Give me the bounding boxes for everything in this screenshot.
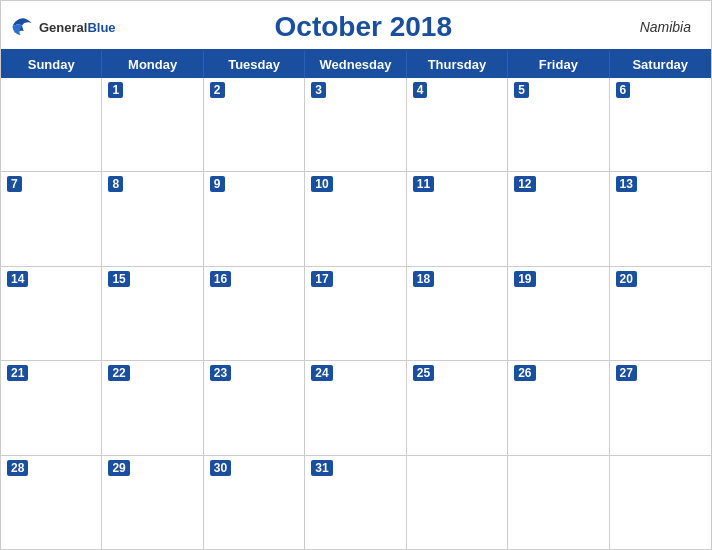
month-year-title: October 2018 [116, 11, 611, 43]
day-number: 4 [413, 82, 428, 98]
day-cell [1, 78, 102, 171]
day-cell: 20 [610, 267, 711, 360]
day-cell: 21 [1, 361, 102, 454]
day-number: 17 [311, 271, 332, 287]
day-number: 7 [7, 176, 22, 192]
calendar-header: GeneralBlue October 2018 Namibia [1, 1, 711, 49]
day-number: 24 [311, 365, 332, 381]
day-cell: 13 [610, 172, 711, 265]
week-row-5: 28293031 [1, 456, 711, 549]
day-number: 8 [108, 176, 123, 192]
day-cell: 14 [1, 267, 102, 360]
day-number: 14 [7, 271, 28, 287]
day-number: 2 [210, 82, 225, 98]
day-number: 6 [616, 82, 631, 98]
day-number: 18 [413, 271, 434, 287]
day-number: 19 [514, 271, 535, 287]
day-cell: 18 [407, 267, 508, 360]
day-cell: 4 [407, 78, 508, 171]
day-cell: 30 [204, 456, 305, 549]
header-tuesday: Tuesday [204, 51, 305, 78]
logo-general: General [39, 20, 87, 35]
day-cell: 11 [407, 172, 508, 265]
week-row-3: 14151617181920 [1, 267, 711, 361]
day-number: 20 [616, 271, 637, 287]
logo-text: GeneralBlue [39, 18, 116, 36]
day-number: 10 [311, 176, 332, 192]
day-number: 25 [413, 365, 434, 381]
day-number: 5 [514, 82, 529, 98]
day-cell [407, 456, 508, 549]
day-cell: 8 [102, 172, 203, 265]
day-cell: 22 [102, 361, 203, 454]
day-cell [508, 456, 609, 549]
day-cell: 28 [1, 456, 102, 549]
day-number: 30 [210, 460, 231, 476]
logo-blue: Blue [87, 20, 115, 35]
week-row-1: 123456 [1, 78, 711, 172]
logo-area: GeneralBlue [11, 16, 116, 38]
day-number: 31 [311, 460, 332, 476]
day-cell: 19 [508, 267, 609, 360]
day-cell: 23 [204, 361, 305, 454]
day-cell [610, 456, 711, 549]
day-cell: 26 [508, 361, 609, 454]
days-header: Sunday Monday Tuesday Wednesday Thursday… [1, 51, 711, 78]
day-cell: 12 [508, 172, 609, 265]
day-cell: 7 [1, 172, 102, 265]
country-label: Namibia [611, 19, 691, 35]
day-number: 11 [413, 176, 434, 192]
day-number: 29 [108, 460, 129, 476]
header-friday: Friday [508, 51, 609, 78]
day-number: 27 [616, 365, 637, 381]
day-cell: 17 [305, 267, 406, 360]
day-cell: 29 [102, 456, 203, 549]
day-number: 16 [210, 271, 231, 287]
day-cell: 3 [305, 78, 406, 171]
day-number: 21 [7, 365, 28, 381]
day-cell: 10 [305, 172, 406, 265]
day-number: 26 [514, 365, 535, 381]
header-sunday: Sunday [1, 51, 102, 78]
day-cell: 6 [610, 78, 711, 171]
week-row-4: 21222324252627 [1, 361, 711, 455]
day-cell: 9 [204, 172, 305, 265]
header-monday: Monday [102, 51, 203, 78]
day-cell: 31 [305, 456, 406, 549]
calendar-grid: Sunday Monday Tuesday Wednesday Thursday… [1, 49, 711, 549]
weeks-container: 1234567891011121314151617181920212223242… [1, 78, 711, 549]
day-cell: 24 [305, 361, 406, 454]
day-number: 28 [7, 460, 28, 476]
day-number: 22 [108, 365, 129, 381]
day-cell: 1 [102, 78, 203, 171]
header-saturday: Saturday [610, 51, 711, 78]
day-number: 23 [210, 365, 231, 381]
day-cell: 25 [407, 361, 508, 454]
header-thursday: Thursday [407, 51, 508, 78]
day-cell: 27 [610, 361, 711, 454]
day-cell: 5 [508, 78, 609, 171]
calendar-container: GeneralBlue October 2018 Namibia Sunday … [0, 0, 712, 550]
day-cell: 16 [204, 267, 305, 360]
day-number: 9 [210, 176, 225, 192]
week-row-2: 78910111213 [1, 172, 711, 266]
day-number: 13 [616, 176, 637, 192]
day-number: 15 [108, 271, 129, 287]
logo-bird-icon [11, 16, 35, 38]
day-number: 1 [108, 82, 123, 98]
day-number: 12 [514, 176, 535, 192]
day-number: 3 [311, 82, 326, 98]
header-wednesday: Wednesday [305, 51, 406, 78]
day-cell: 2 [204, 78, 305, 171]
day-cell: 15 [102, 267, 203, 360]
